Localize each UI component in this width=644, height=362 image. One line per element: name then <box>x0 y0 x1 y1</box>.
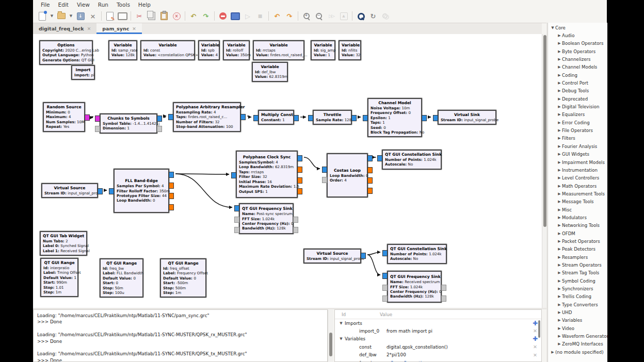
tree-item-equalizers[interactable]: ▶Equalizers <box>548 111 607 119</box>
float-port[interactable] <box>169 183 174 189</box>
block-range_interpratio[interactable]: QT GUI RangeId: interpratioLabel: Tming … <box>40 258 78 297</box>
block-var_rrctaps[interactable]: VariableId: rrctapsValue: firdes.root_ra… <box>253 40 304 60</box>
menu-help[interactable]: Help <box>135 1 154 8</box>
reload-blocks-button[interactable]: ↻ <box>367 10 379 22</box>
view-errors-button[interactable] <box>217 10 229 22</box>
tree-item-impairment-models[interactable]: ▶Impairment Models <box>548 158 607 166</box>
float-port[interactable] <box>297 188 302 194</box>
tree-item-channel-models[interactable]: ▶Channel Models <box>548 63 607 71</box>
msg-port[interactable] <box>441 285 446 291</box>
screen-capture-button[interactable] <box>116 10 128 22</box>
undo-button[interactable]: ↶ <box>187 10 200 22</box>
tree-item-message-tools[interactable]: ▶Message Tools <box>548 198 607 206</box>
chevron-right-icon[interactable]: ▶ <box>557 97 562 101</box>
chevron-right-icon[interactable]: ▶ <box>557 65 562 69</box>
msg-port[interactable] <box>382 285 388 291</box>
tree-item-coding[interactable]: ▶Coding <box>548 71 607 79</box>
complex-port[interactable] <box>168 114 173 120</box>
chevron-right-icon[interactable]: ▶ <box>557 318 562 322</box>
menu-edit[interactable]: Edit <box>55 1 72 8</box>
float-port[interactable] <box>297 167 302 173</box>
chevron-right-icon[interactable]: ▶ <box>557 310 562 315</box>
block-const_sink2[interactable]: QT GUI Constellation SinkNumber of Point… <box>387 244 447 264</box>
msg-port[interactable] <box>234 227 239 233</box>
complex-port[interactable] <box>98 188 103 194</box>
block-var_sig_amp[interactable]: VariableId: sig_ampValue: 1 <box>311 40 335 60</box>
tree-item-trellis-coding[interactable]: ▶Trellis Coding <box>548 293 607 301</box>
redo-button[interactable]: ↷ <box>200 10 212 22</box>
connection[interactable] <box>91 117 93 118</box>
msg-port[interactable] <box>293 217 298 223</box>
chevron-right-icon[interactable]: ▶ <box>557 136 562 140</box>
keys-button[interactable] <box>379 10 392 22</box>
block-virtual_source2[interactable]: Virtual SourceStream ID: input_signal_pr… <box>303 249 361 264</box>
block-par[interactable]: Polyphase Arbitrary ResamplerResampling … <box>173 102 241 132</box>
complex-port[interactable] <box>234 205 239 211</box>
complex-port[interactable] <box>363 115 368 121</box>
connection[interactable] <box>247 116 251 117</box>
block-multiply_const[interactable]: Multiply ConstConstant: 1 <box>258 110 294 125</box>
chevron-right-icon[interactable]: ▶ <box>557 303 562 307</box>
variable-row-import_0[interactable]: import_0from math import pi✕ <box>335 327 541 335</box>
chevron-right-icon[interactable]: ▶ <box>557 342 562 346</box>
tree-item-control-port[interactable]: ▶Control Port <box>548 79 607 87</box>
complex-port[interactable] <box>231 172 236 178</box>
menu-file[interactable]: File <box>37 1 54 8</box>
connection[interactable] <box>175 174 229 174</box>
block-range_freq_offset[interactable]: QT GUI RangeId: freq_offsetLabel: Freque… <box>160 258 206 298</box>
tree-item-networking-tools[interactable]: ▶Networking Tools <box>548 222 607 229</box>
float-port[interactable] <box>367 167 373 173</box>
block-var_nfilts[interactable]: VariableId: nfiltsValue: 32 <box>339 40 361 60</box>
menu-view[interactable]: View <box>73 1 93 8</box>
block-virtual_source1[interactable]: Virtual SourceStream ID: input_signal_pr… <box>41 183 98 198</box>
float-port[interactable] <box>169 204 174 210</box>
tree-item-symbol-coding[interactable]: ▶Symbol Coding <box>548 277 607 285</box>
tree-item-debug-tools[interactable]: ▶Debug Tools <box>548 87 607 95</box>
block-chunks[interactable]: Chunks to SymbolsSymbol Table: -1.4...1.… <box>100 113 157 134</box>
bypass-button[interactable]: ▷▷ <box>325 10 337 22</box>
tree-item-filters[interactable]: ▶Filters <box>548 135 607 142</box>
msg-port[interactable] <box>234 217 239 223</box>
tab-digital_freq_lock[interactable]: digital_freq_lock✕ <box>33 23 96 34</box>
chevron-right-icon[interactable]: ▶ <box>557 112 562 117</box>
tree-item-instrumentation[interactable]: ▶Instrumentation <box>548 166 607 174</box>
add-entry-button[interactable]: ✚ <box>533 336 538 342</box>
complex-port[interactable] <box>240 114 246 120</box>
tree-item-deprecated[interactable]: ▶Deprecated <box>548 95 607 103</box>
variables-scrollbar[interactable] <box>538 319 541 361</box>
flowgraph-canvas[interactable]: OptionsCopyright: 2020 C...ering LabOutp… <box>33 34 542 308</box>
console-scrollbar[interactable] <box>328 309 333 362</box>
open-flowgraph-button[interactable] <box>55 10 68 22</box>
save-flowgraph-button[interactable]: ↓ <box>74 10 87 22</box>
chevron-right-icon[interactable]: ▶ <box>550 350 555 354</box>
complex-port[interactable] <box>433 115 438 121</box>
complex-port[interactable] <box>351 115 357 121</box>
rotate-ccw-button[interactable]: ↶ <box>271 10 283 22</box>
open-properties-link[interactable]: <Open Properties> <box>387 360 431 362</box>
msg-port[interactable] <box>293 227 298 233</box>
chevron-right-icon[interactable]: ▶ <box>557 239 562 243</box>
tree-item-fourier-analysis[interactable]: ▶Fourier Analysis <box>548 142 607 150</box>
chevron-right-icon[interactable]: ▶ <box>557 232 562 236</box>
tree-item-waveform-generators[interactable]: ▶Waveform Generators <box>548 332 607 340</box>
kill-flowgraph-button[interactable]: ■ <box>254 10 266 22</box>
block-options[interactable]: OptionsCopyright: 2020 C...ering LabOutp… <box>39 40 93 65</box>
chevron-right-icon[interactable]: ▶ <box>557 144 562 149</box>
generate-flowgraph-button[interactable] <box>229 10 242 22</box>
chevron-right-icon[interactable]: ▶ <box>557 200 562 204</box>
copy-button[interactable] <box>146 10 158 22</box>
variable-row-freq_bw[interactable]: freq_bw<Open Properties>✕ <box>335 359 541 362</box>
block-virtual_sink[interactable]: Virtual SinkStream ID: input_signal_prob… <box>438 110 496 125</box>
remove-entry-button[interactable]: ✕ <box>533 344 537 350</box>
connection[interactable] <box>164 116 166 118</box>
block-var_spb[interactable]: VariableId: spbValue: 4 <box>198 40 220 60</box>
variable-row-def_lbw[interactable]: def_lbw2*pi/100✕ <box>335 351 541 359</box>
remove-entry-button[interactable]: ✕ <box>533 353 537 358</box>
connection[interactable] <box>367 255 380 275</box>
chevron-right-icon[interactable]: ▶ <box>557 192 562 196</box>
block-freq_sink1[interactable]: QT GUI Frequency SinkName: Post-sync spe… <box>239 203 294 234</box>
chevron-right-icon[interactable]: ▶ <box>557 271 562 275</box>
chevron-right-icon[interactable]: ▶ <box>557 89 562 93</box>
chevron-right-icon[interactable]: ▶ <box>557 216 562 220</box>
block-const_sink1[interactable]: QT GUI Constellation SinkNumber of Point… <box>382 150 442 170</box>
